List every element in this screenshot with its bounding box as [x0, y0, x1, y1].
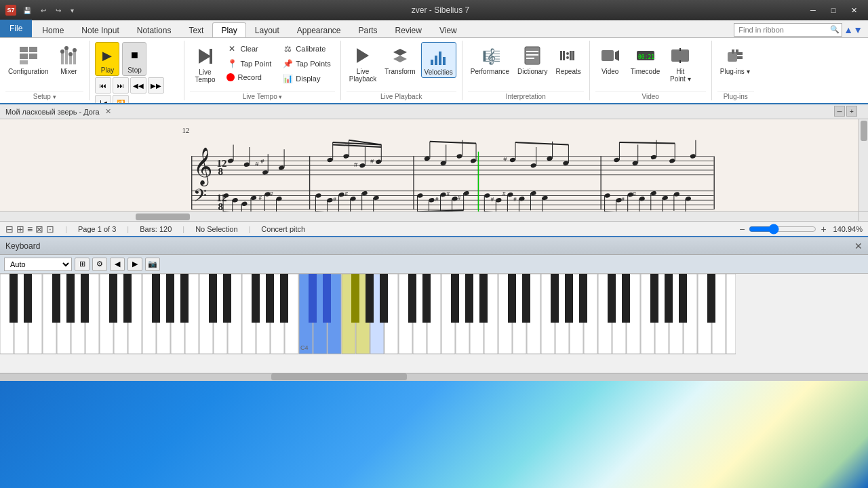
- configuration-btn[interactable]: Configuration: [5, 42, 51, 77]
- title-bar-left: S7 💾 ↩ ↪ ▾: [5, 5, 77, 16]
- undo-btn[interactable]: ↩: [38, 5, 49, 16]
- app-icon: S7: [5, 5, 16, 16]
- tab-layout[interactable]: Layout: [246, 22, 288, 37]
- live-playback-btn[interactable]: LivePlayback: [347, 42, 380, 84]
- timecode-btn[interactable]: 00:21:24 Timecode: [628, 42, 663, 77]
- tap-points-btn[interactable]: 📌 Tap Points: [278, 57, 334, 70]
- svg-rect-61: [478, 152, 479, 219]
- transport-prev-bar-btn[interactable]: ⏮: [95, 77, 111, 94]
- svg-point-11: [68, 52, 73, 56]
- svg-rect-261: [166, 274, 174, 323]
- hit-point-btn[interactable]: HitPoint ▾: [665, 42, 695, 84]
- score-expand-plus[interactable]: +: [846, 106, 857, 117]
- plugins-btn[interactable]: Plug-ins ▾: [717, 42, 753, 77]
- h-scrollbar-thumb[interactable]: [136, 214, 190, 220]
- kbd-snapshot-btn[interactable]: 📷: [145, 258, 160, 271]
- tab-file[interactable]: File: [0, 20, 32, 37]
- display-btn[interactable]: 📊 Display: [278, 72, 334, 85]
- tab-note-input[interactable]: Note Input: [73, 22, 127, 37]
- keyboard-close-btn[interactable]: ✕: [854, 241, 863, 251]
- svg-rect-59: [413, 157, 414, 209]
- stop-btn[interactable]: ■ Stop: [122, 42, 146, 76]
- status-icon-1[interactable]: ⊟: [5, 224, 14, 235]
- v-scrollbar[interactable]: [859, 119, 868, 211]
- kbd-config-btn[interactable]: ⚙: [92, 258, 107, 271]
- ribbon-options-btn[interactable]: ▼: [853, 24, 863, 35]
- svg-rect-3: [29, 54, 37, 59]
- transform-btn[interactable]: Transform: [382, 42, 418, 77]
- kbd-grid-btn[interactable]: ⊞: [75, 258, 90, 271]
- clear-btn[interactable]: ✕ Clear: [222, 42, 275, 56]
- zoom-in-btn[interactable]: +: [821, 224, 826, 235]
- video-btn[interactable]: Video: [595, 42, 625, 77]
- status-icon-4[interactable]: ⊠: [35, 224, 43, 235]
- svg-rect-260: [152, 274, 160, 323]
- tap-point-btn[interactable]: 📍 Tap Point: [222, 57, 275, 70]
- live-tempo-small-btns2: ⚖ Calibrate 📌 Tap Points 📊 Display: [278, 42, 334, 85]
- ribbon-group-plugins: Plug-ins ▾ Plug-ins: [712, 41, 760, 100]
- ribbon-search-input[interactable]: [734, 23, 842, 37]
- velocities-btn[interactable]: Velocities: [421, 42, 456, 78]
- live-playback-icon: [352, 45, 374, 66]
- svg-point-12: [73, 48, 77, 52]
- tab-play[interactable]: Play: [212, 22, 245, 37]
- keyboard-octave-select[interactable]: Auto C1 C2 C3 C4 C5: [4, 258, 72, 271]
- zoom-slider[interactable]: [749, 224, 816, 235]
- plugins-icon: [724, 45, 746, 66]
- interpretation-label-grp: Interpretation: [468, 91, 584, 100]
- live-tempo-small-btns: ✕ Clear 📍 Tap Point Record: [222, 42, 275, 83]
- status-icon-3[interactable]: ≡: [27, 224, 33, 235]
- dictionary-icon: [521, 45, 543, 66]
- zoom-out-btn[interactable]: −: [739, 224, 745, 235]
- transport-loop-btn[interactable]: 🔁: [113, 95, 129, 104]
- play-btn[interactable]: ▶ Play: [95, 42, 119, 76]
- ribbon-help-btn[interactable]: ▲: [844, 24, 853, 35]
- svg-rect-263: [209, 274, 217, 323]
- svg-text:#: #: [502, 191, 506, 197]
- tab-appearance[interactable]: Appearance: [288, 22, 350, 37]
- status-icon-5[interactable]: ⊡: [46, 224, 54, 235]
- live-tempo-label-grp: Live Tempo ▾: [190, 91, 334, 100]
- transport-ff-btn[interactable]: ▶▶: [148, 77, 164, 94]
- mixer-btn[interactable]: Mixer: [54, 42, 83, 77]
- calibrate-btn[interactable]: ⚖ Calibrate: [278, 42, 334, 56]
- live-tempo-btn[interactable]: LiveTempo: [190, 42, 220, 85]
- ribbon-group-live-tempo: LiveTempo ✕ Clear 📍 Tap Point Record: [184, 41, 340, 100]
- svg-rect-23: [526, 54, 538, 56]
- score-expand-minus[interactable]: ─: [834, 106, 845, 117]
- dictionary-btn[interactable]: Dictionary: [515, 42, 550, 77]
- tab-parts[interactable]: Parts: [350, 22, 387, 37]
- transport-next-bar-btn[interactable]: ⏭: [113, 77, 129, 94]
- h-scrollbar[interactable]: [0, 211, 859, 221]
- clear-label: Clear: [240, 45, 258, 53]
- maximize-btn[interactable]: □: [825, 3, 842, 17]
- quick-access-more[interactable]: ▾: [68, 5, 77, 16]
- repeats-icon: [557, 45, 579, 66]
- tab-home[interactable]: Home: [33, 22, 73, 37]
- svg-rect-5: [61, 52, 64, 64]
- minimize-btn[interactable]: ─: [804, 3, 822, 17]
- svg-rect-253: [9, 274, 18, 323]
- close-btn[interactable]: ✕: [845, 3, 863, 17]
- tab-text[interactable]: Text: [180, 22, 212, 37]
- tab-review[interactable]: Review: [387, 22, 431, 37]
- performance-btn[interactable]: 🎼 Performance: [468, 42, 512, 77]
- svg-rect-256: [66, 274, 75, 323]
- svg-rect-252: [726, 274, 736, 354]
- kbd-prev-btn[interactable]: ◀: [110, 258, 125, 271]
- record-btn[interactable]: Record: [222, 72, 275, 83]
- repeats-btn[interactable]: Repeats: [553, 42, 583, 77]
- kbd-next-btn[interactable]: ▶: [127, 258, 142, 271]
- transport-rw-btn[interactable]: ◀◀: [130, 77, 146, 94]
- video-label: Video: [601, 68, 618, 75]
- tab-view[interactable]: View: [431, 22, 466, 37]
- score-tab-close[interactable]: ✕: [105, 107, 111, 116]
- transport-start-btn[interactable]: |◀: [95, 95, 111, 104]
- timecode-icon: 00:21:24: [635, 45, 656, 66]
- quick-save-btn[interactable]: 💾: [20, 5, 34, 16]
- v-scrollbar-thumb[interactable]: [861, 121, 867, 141]
- tab-notations[interactable]: Notations: [128, 22, 180, 37]
- status-icon-2[interactable]: ⊞: [16, 224, 24, 235]
- redo-btn[interactable]: ↪: [53, 5, 64, 16]
- svg-point-27: [566, 52, 569, 55]
